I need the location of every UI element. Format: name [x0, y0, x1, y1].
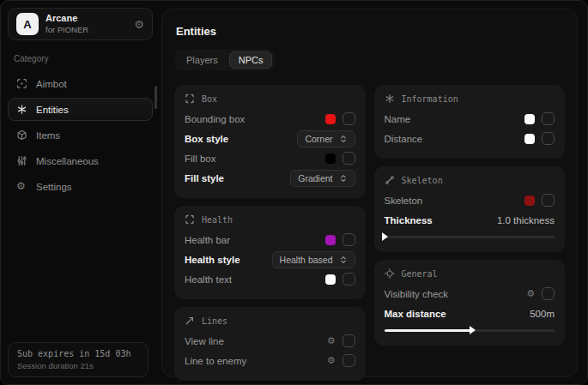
bone-icon — [385, 175, 395, 185]
chevron-updown-icon — [339, 256, 348, 264]
box-style-select[interactable]: Corner — [297, 130, 355, 147]
sidebar-item-aimbot[interactable]: Aimbot — [8, 72, 153, 95]
card-title: Information — [402, 94, 458, 104]
card-title: General — [402, 269, 438, 279]
sidebar-scrollbar[interactable] — [155, 86, 157, 109]
general-card: General Visibility check ⚙ Max distance … — [374, 260, 566, 346]
setting-row-distance: Distance — [385, 129, 555, 148]
health-text-checkbox[interactable] — [342, 273, 355, 286]
color-swatch[interactable] — [524, 134, 535, 144]
setting-row-skeleton: Skeleton — [385, 190, 555, 210]
sidebar: A Arcane for PIONER ⚙ Category Aimbot En… — [1, 1, 160, 384]
health-card: Health Health bar Health style — [174, 206, 366, 299]
health-style-select[interactable]: Health based — [272, 251, 355, 268]
chevron-updown-icon — [339, 174, 348, 183]
gear-icon[interactable]: ⚙ — [134, 18, 144, 31]
left-column: Box Bounding box Box style — [174, 85, 366, 381]
gear-icon: ⚙ — [16, 181, 27, 192]
color-swatch[interactable] — [325, 114, 336, 124]
color-swatch[interactable] — [325, 274, 336, 285]
sliders-icon — [16, 155, 27, 166]
brand-logo: A — [16, 13, 39, 35]
entities-panel: Entities Players NPCs Box Bounding box — [161, 9, 578, 377]
setting-row-visibility-check: Visibility check ⚙ — [385, 284, 555, 304]
setting-row-bounding-box: Bounding box — [185, 109, 355, 129]
tab-npcs[interactable]: NPCs — [229, 51, 273, 69]
sidebar-item-label: Miscellaneous — [36, 156, 99, 166]
thickness-value: 1.0 thickness — [497, 215, 555, 226]
chevron-updown-icon — [339, 135, 348, 143]
setting-row-name: Name — [385, 109, 555, 129]
setting-row-fill-style: Fill style Gradient — [185, 168, 355, 188]
sub-expiry-text: Sub expires in 15d 03h — [17, 349, 139, 358]
setting-row-health-style: Health style Health based — [185, 250, 355, 269]
skeleton-card: Skeleton Skeleton Thickness 1.0 thicknes… — [374, 166, 566, 252]
sidebar-nav: Aimbot Entities Items Miscellaneous ⚙ Se… — [8, 72, 153, 198]
health-bar-checkbox[interactable] — [342, 233, 355, 246]
setting-row-health-bar: Health bar — [185, 230, 355, 250]
target-icon — [385, 268, 395, 279]
gear-icon[interactable]: ⚙ — [327, 335, 336, 346]
color-swatch[interactable] — [524, 196, 535, 206]
slider-handle[interactable] — [470, 326, 476, 334]
card-title: Health — [202, 215, 233, 225]
entity-type-tabs: Players NPCs — [174, 49, 275, 71]
subscription-info: Sub expires in 15d 03h Session duration … — [8, 342, 149, 377]
diagonal-line-icon — [185, 316, 195, 326]
max-distance-value: 500m — [530, 309, 555, 319]
setting-row-view-line: View line ⚙ — [185, 331, 355, 351]
sidebar-item-label: Settings — [36, 182, 72, 192]
skeleton-checkbox[interactable] — [542, 194, 555, 207]
brand-header: A Arcane for PIONER ⚙ — [8, 8, 153, 40]
information-card: Information Name Distance — [374, 85, 566, 159]
brackets-icon — [185, 93, 195, 104]
setting-row-fill-box: Fill box — [185, 148, 355, 168]
visibility-check-checkbox[interactable] — [542, 287, 555, 300]
distance-checkbox[interactable] — [542, 132, 555, 145]
slider-handle[interactable] — [382, 232, 388, 241]
information-icon — [385, 93, 395, 104]
gear-icon[interactable]: ⚙ — [526, 288, 535, 299]
view-line-checkbox[interactable] — [342, 334, 355, 347]
setting-row-line-to-enemy: Line to enemy ⚙ — [185, 351, 355, 370]
box-card: Box Bounding box Box style — [174, 85, 366, 198]
tab-players[interactable]: Players — [177, 51, 227, 69]
sidebar-item-miscellaneous[interactable]: Miscellaneous — [8, 149, 153, 172]
setting-row-health-text: Health text — [185, 269, 355, 289]
line-to-enemy-checkbox[interactable] — [342, 354, 355, 367]
sidebar-item-label: Aimbot — [36, 79, 67, 89]
color-swatch[interactable] — [325, 153, 336, 164]
color-swatch[interactable] — [524, 114, 535, 124]
fill-box-checkbox[interactable] — [342, 152, 355, 165]
color-swatch[interactable] — [325, 235, 336, 245]
cube-icon — [16, 129, 27, 141]
sidebar-item-settings[interactable]: ⚙ Settings — [8, 175, 153, 198]
brackets-icon — [185, 214, 195, 225]
max-distance-slider[interactable] — [385, 326, 555, 335]
brand-subtitle: for PIONER — [45, 25, 88, 35]
card-title: Skeleton — [402, 176, 443, 185]
sidebar-item-label: Entities — [36, 105, 69, 115]
name-checkbox[interactable] — [542, 112, 555, 125]
sidebar-item-label: Items — [36, 130, 60, 141]
setting-row-thickness: Thickness 1.0 thickness — [385, 210, 555, 230]
entities-icon — [16, 104, 27, 115]
crosshair-icon — [16, 78, 27, 89]
sidebar-item-items[interactable]: Items — [8, 123, 153, 147]
lines-card: Lines View line ⚙ Line to enemy — [174, 307, 366, 381]
right-column: Information Name Distance — [374, 85, 566, 346]
sidebar-item-entities[interactable]: Entities — [8, 98, 153, 121]
brand-name: Arcane — [45, 13, 88, 25]
setting-row-max-distance: Max distance 500m — [385, 304, 555, 323]
setting-row-box-style: Box style Corner — [185, 129, 355, 148]
bounding-box-checkbox[interactable] — [342, 112, 355, 125]
card-title: Lines — [202, 316, 227, 326]
session-duration-text: Session duration 21s — [17, 361, 139, 370]
page-title: Entities — [176, 25, 565, 38]
thickness-slider[interactable] — [385, 232, 555, 242]
gear-icon[interactable]: ⚙ — [327, 355, 336, 366]
main-area: Entities Players NPCs Box Bounding box — [160, 1, 587, 384]
app-window: A Arcane for PIONER ⚙ Category Aimbot En… — [0, 0, 588, 385]
category-label: Category — [14, 54, 147, 63]
fill-style-select[interactable]: Gradient — [290, 170, 355, 187]
